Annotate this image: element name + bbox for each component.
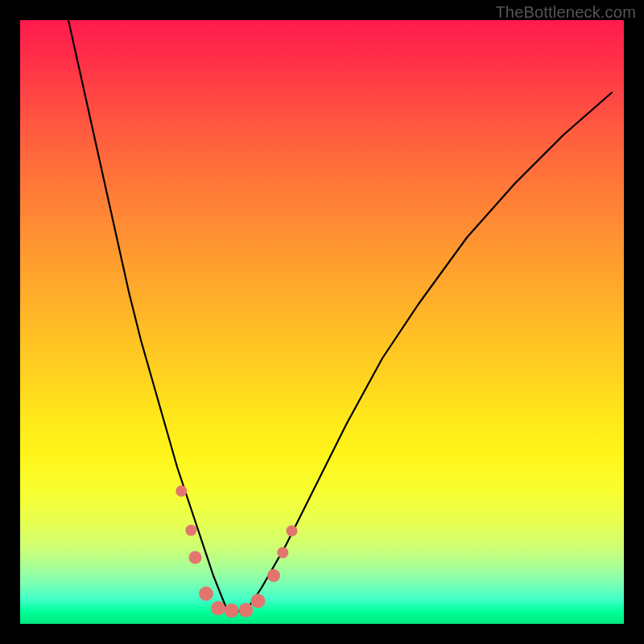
curve-marker <box>287 526 298 537</box>
curve-marker <box>251 594 266 609</box>
curve-marker <box>211 601 225 616</box>
bottleneck-curve <box>68 20 612 612</box>
curve-marker <box>225 604 239 618</box>
curve-marker <box>267 569 280 582</box>
curve-marker <box>185 525 196 536</box>
curve-marker <box>239 603 254 617</box>
frame: TheBottleneck.com <box>0 0 644 644</box>
marker-group <box>175 485 297 618</box>
curve-marker <box>199 587 213 601</box>
curve-svg <box>20 20 624 624</box>
curve-marker <box>189 551 202 564</box>
credit-text: TheBottleneck.com <box>495 3 636 22</box>
curve-marker <box>175 485 187 497</box>
plot-area <box>20 20 624 624</box>
curve-marker <box>277 547 288 559</box>
